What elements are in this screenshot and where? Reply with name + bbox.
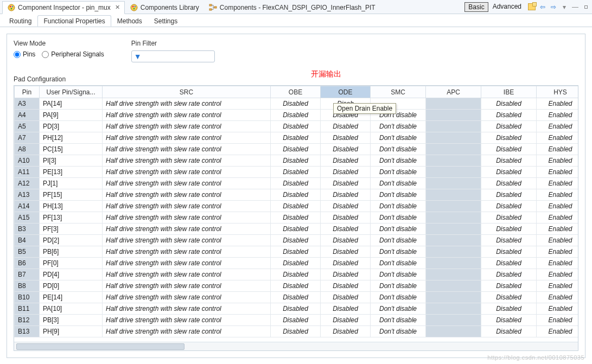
cell-pin[interactable]: B6 (15, 258, 40, 269)
cell-obe[interactable]: Disabled (271, 201, 321, 212)
cell-apc[interactable] (426, 98, 481, 110)
cell-ode[interactable]: Disabled (321, 155, 371, 167)
cell-user[interactable]: PF[0] (40, 258, 103, 269)
scrollbar-thumb[interactable] (16, 343, 184, 350)
tab-methods[interactable]: Methods (111, 15, 148, 27)
cell-apc[interactable] (426, 212, 481, 223)
radio-peripheral-input[interactable] (42, 51, 49, 58)
cell-pin[interactable]: A15 (15, 212, 40, 223)
cell-smc[interactable]: Don't disable (371, 155, 426, 167)
cell-pin[interactable]: B8 (15, 280, 40, 292)
cell-hys[interactable]: Enabled (537, 155, 578, 167)
col-hys[interactable]: HYS (537, 86, 578, 98)
cell-hys[interactable]: Enabled (537, 110, 578, 121)
table-row[interactable]: A5PD[3]Half drive strength with slew rat… (15, 121, 578, 132)
cell-smc[interactable]: Don't disable (371, 258, 426, 269)
cell-ode[interactable]: Disabled (321, 315, 371, 326)
cell-ode[interactable]: Disabled (321, 144, 371, 155)
cell-ode[interactable]: Disabled (321, 212, 371, 223)
cell-apc[interactable] (426, 167, 481, 178)
cell-user[interactable]: PH[12] (40, 132, 103, 144)
cell-ibe[interactable]: Disabled (481, 98, 537, 110)
cell-ibe[interactable]: Disabled (481, 258, 537, 269)
cell-hys[interactable]: Enabled (537, 303, 578, 315)
cell-src[interactable]: Half drive strength with slew rate contr… (103, 315, 271, 326)
cell-src[interactable]: Half drive strength with slew rate contr… (103, 235, 271, 246)
cell-src[interactable]: Half drive strength with slew rate contr… (103, 110, 271, 121)
cell-ibe[interactable]: Disabled (481, 292, 537, 303)
table-row[interactable]: A11PE[13]Half drive strength with slew r… (15, 167, 578, 178)
cell-src[interactable]: Half drive strength with slew rate contr… (103, 303, 271, 315)
cell-pin[interactable]: B5 (15, 246, 40, 258)
cell-apc[interactable] (426, 223, 481, 235)
view-menu-icon[interactable]: ▾ (561, 3, 568, 11)
cell-apc[interactable] (426, 155, 481, 167)
cell-pin[interactable]: A13 (15, 189, 40, 201)
cell-ode[interactable]: Disabled (321, 178, 371, 189)
cell-smc[interactable]: Don't disable (371, 269, 426, 280)
cell-hys[interactable]: Enabled (537, 315, 578, 326)
table-row[interactable]: A12PJ[1]Half drive strength with slew ra… (15, 178, 578, 189)
table-row[interactable]: B4PD[2]Half drive strength with slew rat… (15, 235, 578, 246)
cell-ibe[interactable]: Disabled (481, 178, 537, 189)
cell-obe[interactable]: Disabled (271, 121, 321, 132)
cell-user[interactable]: PA[9] (40, 110, 103, 121)
cell-src[interactable]: Half drive strength with slew rate contr… (103, 292, 271, 303)
col-pin[interactable]: Pin (15, 86, 40, 98)
cell-src[interactable]: Half drive strength with slew rate contr… (103, 155, 271, 167)
cell-hys[interactable]: Enabled (537, 132, 578, 144)
col-ibe[interactable]: IBE (481, 86, 537, 98)
table-row[interactable]: B8PD[0]Half drive strength with slew rat… (15, 280, 578, 292)
cell-obe[interactable]: Disabled (271, 258, 321, 269)
cell-ibe[interactable]: Disabled (481, 144, 537, 155)
col-src[interactable]: SRC (103, 86, 271, 98)
table-row[interactable]: A13PF[15]Half drive strength with slew r… (15, 189, 578, 201)
cell-ibe[interactable]: Disabled (481, 269, 537, 280)
table-row[interactable]: B7PD[4]Half drive strength with slew rat… (15, 269, 578, 280)
horizontal-scrollbar[interactable] (14, 342, 578, 351)
cell-hys[interactable]: Enabled (537, 121, 578, 132)
cell-smc[interactable]: Don't disable (371, 121, 426, 132)
cell-ibe[interactable]: Disabled (481, 212, 537, 223)
cell-src[interactable]: Half drive strength with slew rate contr… (103, 258, 271, 269)
cell-pin[interactable]: A3 (15, 98, 40, 110)
cell-ibe[interactable]: Disabled (481, 326, 537, 337)
tab-settings[interactable]: Settings (148, 15, 183, 27)
cell-src[interactable]: Half drive strength with slew rate contr… (103, 144, 271, 155)
cell-pin[interactable]: A5 (15, 121, 40, 132)
cell-ode[interactable]: Disabled (321, 167, 371, 178)
cell-ode[interactable]: Disabled (321, 189, 371, 201)
cell-obe[interactable]: Disabled (271, 315, 321, 326)
cell-hys[interactable]: Enabled (537, 178, 578, 189)
cell-hys[interactable]: Enabled (537, 98, 578, 110)
cell-obe[interactable]: Disabled (271, 280, 321, 292)
cell-pin[interactable]: A11 (15, 167, 40, 178)
table-row[interactable]: B5PB[6]Half drive strength with slew rat… (15, 246, 578, 258)
cell-user[interactable]: PD[4] (40, 269, 103, 280)
cell-ibe[interactable]: Disabled (481, 121, 537, 132)
cell-obe[interactable]: Disabled (271, 144, 321, 155)
table-row[interactable]: A8PC[15]Half drive strength with slew ra… (15, 144, 578, 155)
cell-src[interactable]: Half drive strength with slew rate contr… (103, 189, 271, 201)
cell-src[interactable]: Half drive strength with slew rate contr… (103, 178, 271, 189)
table-row[interactable]: B10PE[14]Half drive strength with slew r… (15, 292, 578, 303)
nav-back-icon[interactable]: ⇦ (539, 3, 546, 11)
cell-apc[interactable] (426, 235, 481, 246)
cell-obe[interactable]: Disabled (271, 98, 321, 110)
cell-smc[interactable]: Don't disable (371, 212, 426, 223)
cell-user[interactable]: PH[9] (40, 326, 103, 337)
cell-user[interactable]: PF[13] (40, 212, 103, 223)
cell-user[interactable]: PE[13] (40, 167, 103, 178)
cell-user[interactable]: PD[0] (40, 280, 103, 292)
cell-pin[interactable]: A12 (15, 178, 40, 189)
cell-apc[interactable] (426, 144, 481, 155)
cell-apc[interactable] (426, 258, 481, 269)
cell-obe[interactable]: Disabled (271, 223, 321, 235)
cell-src[interactable]: Half drive strength with slew rate contr… (103, 167, 271, 178)
cell-pin[interactable]: A7 (15, 132, 40, 144)
table-row[interactable]: B12PB[3]Half drive strength with slew ra… (15, 315, 578, 326)
cell-pin[interactable]: A14 (15, 201, 40, 212)
cell-smc[interactable]: Don't disable (371, 223, 426, 235)
cell-ibe[interactable]: Disabled (481, 303, 537, 315)
table-row[interactable]: A14PH[13]Half drive strength with slew r… (15, 201, 578, 212)
